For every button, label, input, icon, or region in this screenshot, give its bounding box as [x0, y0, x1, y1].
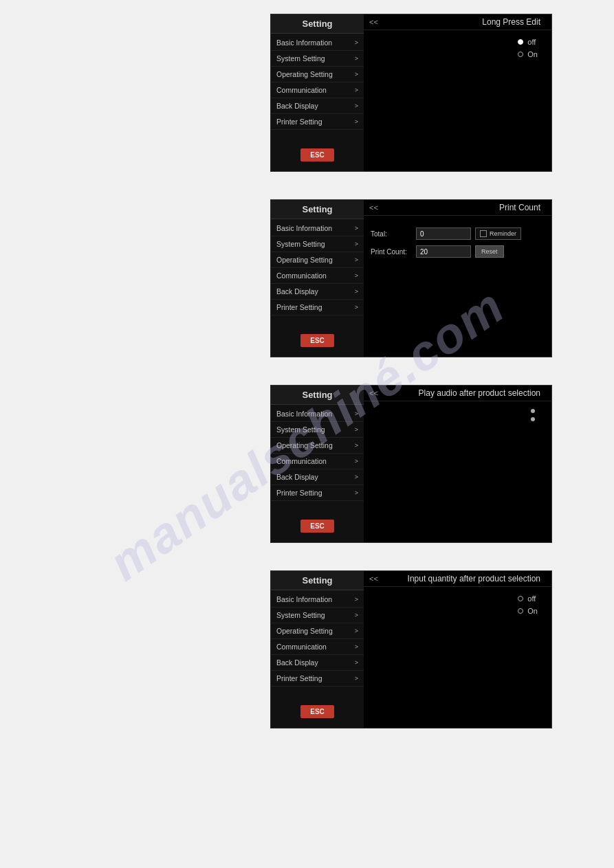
sidebar-item-3-3[interactable]: Operating Setting>: [271, 438, 364, 454]
sidebar-header-3: Setting: [271, 386, 364, 405]
sidebar-item-label-3-4: Communication: [276, 457, 327, 465]
sidebar-item-3-4[interactable]: Communication>: [271, 454, 364, 469]
form-label-2-2: Print Count:: [371, 248, 412, 256]
esc-button-2[interactable]: ESC: [300, 334, 334, 347]
sidebar-item-2-5[interactable]: Back Display>: [271, 284, 364, 300]
sidebar-item-label-2-1: Basic Information: [276, 224, 332, 232]
back-button-2[interactable]: <<: [369, 203, 378, 212]
form-row-2-1: Total:Reminder: [371, 227, 545, 240]
sidebar-item-arrow-4-4: >: [355, 643, 358, 650]
sidebar-item-3-2[interactable]: System Setting>: [271, 422, 364, 438]
sidebar-item-4-6[interactable]: Printer Setting>: [271, 671, 364, 687]
sidebar-item-arrow-2-1: >: [355, 225, 358, 232]
sidebar-item-1-1[interactable]: Basic Information>: [271, 35, 364, 51]
sidebar-item-2-1[interactable]: Basic Information>: [271, 221, 364, 236]
esc-button-4[interactable]: ESC: [300, 705, 334, 718]
content-header-1: <<Long Press Edit: [364, 14, 551, 30]
radio-label-4-2: On: [527, 607, 538, 615]
back-button-1[interactable]: <<: [369, 18, 378, 26]
sidebar-item-label-3-1: Basic Information: [276, 410, 332, 418]
screen-content-4: <<Input quantity after product selection…: [364, 571, 551, 728]
radio-dot-1-1: [518, 39, 523, 45]
esc-button-1[interactable]: ESC: [300, 148, 334, 162]
sidebar-item-label-4-2: System Setting: [276, 611, 325, 619]
form-input-2-1[interactable]: [416, 227, 471, 240]
radio-option-1-2[interactable]: On: [518, 50, 538, 58]
sidebar-item-1-6[interactable]: Printer Setting>: [271, 114, 364, 130]
sidebar-item-arrow-1-5: >: [355, 102, 358, 109]
screen-panel-2: SettingBasic Information>System Setting>…: [270, 199, 552, 357]
sidebar-4: SettingBasic Information>System Setting>…: [271, 571, 364, 728]
sidebar-item-arrow-4-2: >: [355, 612, 358, 619]
esc-container-4: ESC: [271, 702, 364, 721]
sidebar-item-label-2-4: Communication: [276, 271, 327, 280]
form-row-2-2: Print Count:Reset: [371, 245, 545, 258]
radio-dot-4-1: [518, 596, 523, 601]
sidebar-item-4-5[interactable]: Back Display>: [271, 655, 364, 671]
sidebar-item-3-5[interactable]: Back Display>: [271, 469, 364, 485]
sidebar-item-arrow-3-3: >: [355, 442, 358, 449]
esc-container-3: ESC: [271, 517, 364, 535]
content-title-1: Long Press Edit: [382, 17, 546, 27]
esc-button-3[interactable]: ESC: [300, 520, 334, 533]
sidebar-item-1-3[interactable]: Operating Setting>: [271, 67, 364, 82]
sidebar-item-arrow-1-1: >: [355, 39, 358, 46]
sidebar-item-arrow-1-4: >: [355, 87, 358, 93]
sidebar-item-arrow-2-5: >: [355, 288, 358, 295]
checkbox-2: [480, 230, 487, 237]
reminder-label-2: Reminder: [490, 230, 516, 237]
radio-option-4-2[interactable]: On: [518, 607, 538, 615]
radio-option-4-1[interactable]: off: [518, 594, 538, 603]
sidebar-item-label-1-3: Operating Setting: [276, 70, 333, 78]
content-title-3: Play audio after product selection: [382, 388, 546, 398]
sidebar-item-label-4-1: Basic Information: [276, 595, 332, 603]
sidebar-item-label-2-5: Back Display: [276, 287, 318, 296]
back-button-4[interactable]: <<: [369, 575, 378, 583]
sidebar-item-4-2[interactable]: System Setting>: [271, 608, 364, 623]
sidebar-item-1-5[interactable]: Back Display>: [271, 98, 364, 114]
radio-option-3-2[interactable]: [531, 417, 538, 421]
sidebar-item-arrow-3-5: >: [355, 474, 358, 480]
sidebar-item-2-4[interactable]: Communication>: [271, 268, 364, 284]
sidebar-item-3-6[interactable]: Printer Setting>: [271, 485, 364, 501]
sidebar-item-arrow-3-6: >: [355, 489, 358, 496]
sidebar-item-1-4[interactable]: Communication>: [271, 82, 364, 98]
sidebar-item-2-2[interactable]: System Setting>: [271, 236, 364, 252]
radio-dot-4-2: [518, 608, 523, 614]
reminder-button-2[interactable]: Reminder: [475, 227, 521, 240]
sidebar-item-3-1[interactable]: Basic Information>: [271, 406, 364, 422]
sidebar-header-2: Setting: [271, 200, 364, 219]
sidebar-item-arrow-3-2: >: [355, 426, 358, 433]
screen-content-3: <<Play audio after product selection: [364, 386, 551, 542]
sidebar-item-label-1-5: Back Display: [276, 102, 318, 110]
sidebar-item-label-1-2: System Setting: [276, 54, 325, 63]
sidebar-item-4-4[interactable]: Communication>: [271, 639, 364, 655]
sidebar-item-4-1[interactable]: Basic Information>: [271, 592, 364, 608]
sidebar-item-arrow-2-2: >: [355, 241, 358, 247]
sidebar-item-arrow-1-6: >: [355, 118, 358, 125]
reset-button-2[interactable]: Reset: [475, 245, 504, 258]
radio-option-3-1[interactable]: [531, 409, 538, 413]
sidebar-item-label-4-4: Communication: [276, 643, 327, 651]
content-header-3: <<Play audio after product selection: [364, 386, 551, 401]
sidebar-item-label-2-3: Operating Setting: [276, 256, 333, 264]
sidebar-1: SettingBasic Information>System Setting>…: [271, 14, 364, 171]
back-button-3[interactable]: <<: [369, 389, 378, 397]
sidebar-item-arrow-4-6: >: [355, 675, 358, 682]
sidebar-item-4-3[interactable]: Operating Setting>: [271, 623, 364, 639]
radio-dot-1-2: [518, 52, 523, 57]
sidebar-item-1-2[interactable]: System Setting>: [271, 51, 364, 67]
sidebar-header-4: Setting: [271, 571, 364, 590]
sidebar-item-label-3-3: Operating Setting: [276, 441, 333, 449]
radio-label-1-2: On: [527, 50, 538, 58]
form-input-2-2[interactable]: [416, 245, 471, 258]
sidebar-item-arrow-4-1: >: [355, 596, 358, 603]
sidebar-item-arrow-4-3: >: [355, 627, 358, 634]
radio-option-1-1[interactable]: off: [518, 38, 538, 46]
screens-container: SettingBasic Information>System Setting>…: [0, 0, 614, 742]
sidebar-item-2-6[interactable]: Printer Setting>: [271, 300, 364, 315]
radio-label-1-1: off: [527, 38, 536, 46]
esc-container-1: ESC: [271, 146, 364, 164]
sidebar-item-2-3[interactable]: Operating Setting>: [271, 252, 364, 268]
sidebar-item-label-2-6: Printer Setting: [276, 303, 322, 311]
